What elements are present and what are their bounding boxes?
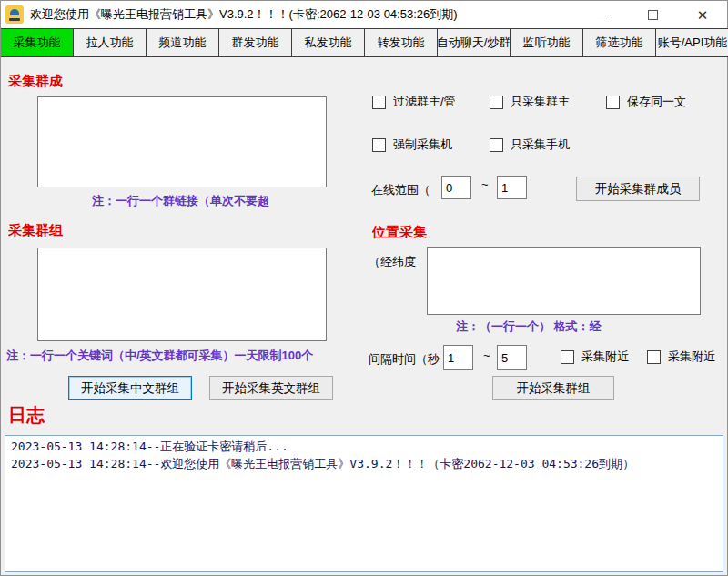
checkbox-box[interactable]	[372, 96, 386, 109]
collect-groups-note: 注：一行一个关键词（中/英文群都可采集）一天限制100个	[6, 348, 356, 364]
online-range-separator: ~	[481, 177, 489, 191]
checkbox-box[interactable]	[490, 138, 503, 152]
checkbox-label: 只采集手机	[511, 136, 576, 153]
log-line: 2023-05-13 14:28:14--欢迎您使用《曝光王电报营销工具》V3.…	[11, 456, 717, 473]
checkbox-label: 只采集群主	[511, 94, 585, 110]
checkbox-box[interactable]	[561, 350, 574, 364]
start-collect-cn-groups-button[interactable]: 开始采集中文群组	[68, 376, 192, 400]
tab-bar: 采集功能 拉人功能 频道功能 群发功能 私发功能 转发功能 自动聊天/炒群 监听…	[1, 28, 728, 57]
minimize-button[interactable]	[589, 1, 616, 28]
close-button[interactable]: ✕	[689, 1, 716, 28]
online-range-min-input[interactable]	[441, 176, 471, 199]
tab-filter[interactable]: 筛选功能	[583, 29, 656, 56]
tab-invite[interactable]: 拉人功能	[74, 29, 147, 56]
keywords-textarea[interactable]	[37, 248, 327, 341]
tab-channel[interactable]: 频道功能	[147, 29, 219, 56]
online-range-label: 在线范围（	[371, 182, 442, 198]
title-bar: 欢迎您使用《曝光王电报营销工具》V3.9.2！！！(卡密:2062-12-03 …	[1, 1, 727, 28]
minimize-icon	[597, 15, 609, 15]
checkbox-label: 采集附近	[581, 349, 632, 365]
collect-members-note: 注：一行一个群链接（单次不要超	[92, 193, 339, 209]
checkbox-label: 强制采集机	[393, 136, 459, 153]
checkbox-box[interactable]	[490, 96, 503, 109]
tab-forward[interactable]: 转发功能	[365, 29, 438, 56]
checkbox-label: 保存同一文	[627, 94, 703, 110]
log-line: 2023-05-13 14:28:14--正在验证卡密请稍后...	[11, 439, 717, 456]
interval-max-input[interactable]	[497, 345, 527, 370]
checkbox-filter-admins[interactable]: 过滤群主/管	[372, 95, 474, 109]
location-collect-title: 位置采集	[372, 224, 427, 241]
app-icon-band	[9, 18, 20, 21]
start-collect-en-groups-button[interactable]: 开始采集英文群组	[209, 376, 333, 400]
tab-account-api[interactable]: 账号/API功能	[656, 29, 728, 56]
checkbox-only-phone[interactable]: 只采集手机	[490, 137, 581, 152]
app-window: 欢迎您使用《曝光王电报营销工具》V3.9.2！！！(卡密:2062-12-03 …	[0, 0, 728, 576]
app-icon	[5, 5, 24, 24]
log-output[interactable]: 2023-05-13 14:28:14--正在验证卡密请稍后... 2023-0…	[5, 435, 723, 572]
window-controls: ✕	[566, 1, 716, 28]
start-collect-location-groups-button[interactable]: 开始采集群组	[492, 376, 614, 400]
checkbox-label: 过滤群主/管	[393, 94, 470, 110]
tab-group-send[interactable]: 群发功能	[219, 29, 292, 56]
collect-groups-title: 采集群组	[8, 222, 65, 239]
collect-members-title: 采集群成	[8, 73, 72, 90]
latlng-textarea[interactable]	[427, 247, 701, 315]
log-title: 日志	[8, 403, 45, 428]
app-icon-arch	[10, 9, 19, 15]
close-icon: ✕	[697, 8, 709, 22]
maximize-button[interactable]	[639, 1, 666, 28]
start-collect-members-button[interactable]: 开始采集群成员	[576, 177, 700, 201]
location-collect-note: 注：（一行一个） 格式：经	[456, 318, 616, 335]
latlng-label: （经纬度	[369, 254, 423, 270]
checkbox-collect-nearby-1[interactable]: 采集附近	[561, 349, 635, 364]
interval-separator: ~	[483, 349, 490, 362]
interval-min-input[interactable]	[443, 345, 473, 370]
tab-private-send[interactable]: 私发功能	[292, 29, 365, 56]
maximize-icon	[648, 10, 658, 20]
checkbox-box[interactable]	[606, 96, 620, 109]
checkbox-save-same-file[interactable]: 保存同一文	[606, 95, 708, 109]
online-range-max-input[interactable]	[497, 176, 527, 199]
checkbox-label: 采集附近	[668, 349, 719, 365]
checkbox-force-collect[interactable]: 强制采集机	[372, 137, 463, 152]
group-links-textarea[interactable]	[37, 96, 327, 187]
checkbox-collect-nearby-2[interactable]: 采集附近	[647, 349, 722, 364]
checkbox-only-admins[interactable]: 只采集群主	[490, 95, 590, 109]
tab-auto-chat[interactable]: 自动聊天/炒群	[438, 29, 511, 56]
checkbox-box[interactable]	[372, 138, 386, 152]
checkbox-box[interactable]	[647, 350, 661, 364]
tab-monitor[interactable]: 监听功能	[511, 29, 583, 56]
interval-label: 间隔时间（秒	[369, 351, 441, 368]
tab-collect[interactable]: 采集功能	[1, 29, 74, 56]
window-title: 欢迎您使用《曝光王电报营销工具》V3.9.2！！！(卡密:2062-12-03 …	[30, 6, 458, 23]
